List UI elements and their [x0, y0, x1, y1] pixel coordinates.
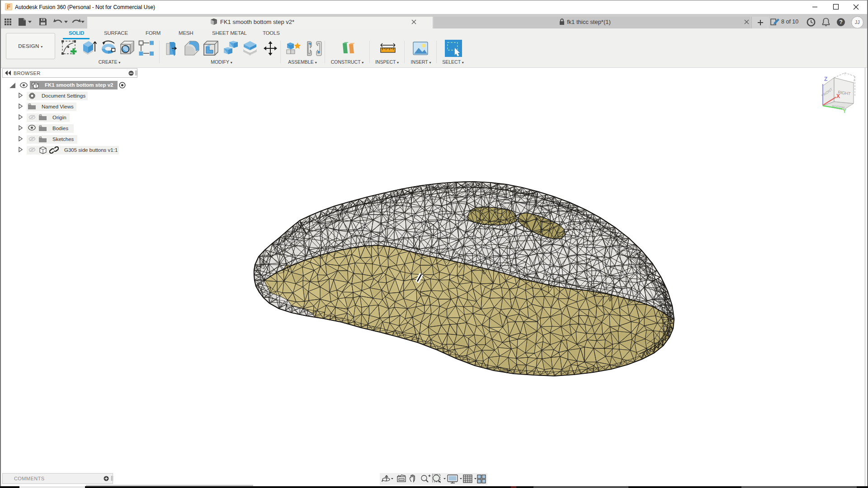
svg-text:Z: Z	[824, 76, 827, 82]
svg-text:?: ?	[839, 19, 843, 25]
svg-text:F: F	[7, 3, 11, 10]
svg-text:X: X	[836, 93, 840, 99]
svg-text:Y: Y	[843, 108, 846, 114]
